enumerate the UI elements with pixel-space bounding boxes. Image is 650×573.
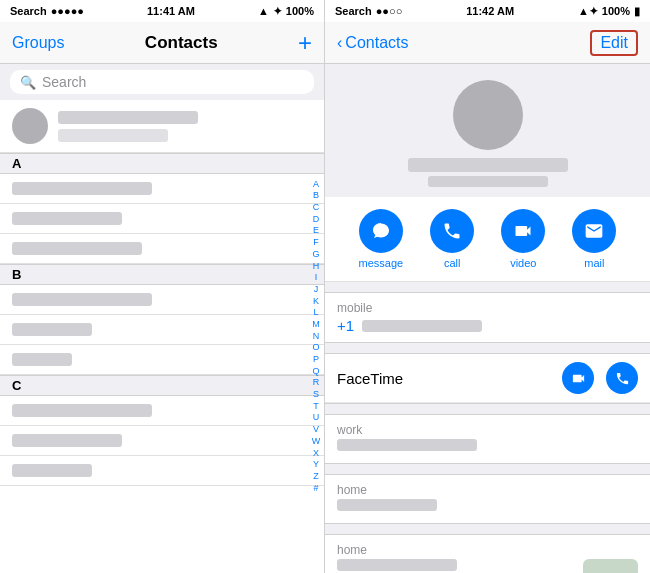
home-email-row[interactable]: home: [325, 475, 650, 523]
contact-name-bar: [12, 464, 92, 477]
alpha-hash[interactable]: #: [310, 483, 322, 495]
facetime-label: FaceTime: [337, 370, 403, 387]
alpha-q[interactable]: Q: [310, 366, 322, 378]
signal-dots-right: ●●○○: [376, 5, 403, 17]
alpha-m[interactable]: M: [310, 319, 322, 331]
alpha-u[interactable]: U: [310, 412, 322, 424]
message-label: message: [359, 257, 404, 269]
list-item[interactable]: [0, 100, 324, 153]
alpha-e[interactable]: E: [310, 225, 322, 237]
call-icon: [442, 221, 462, 241]
status-right-right: ▲✦ 100% ▮: [578, 5, 640, 18]
alpha-r[interactable]: R: [310, 377, 322, 389]
add-contact-button[interactable]: +: [298, 31, 312, 55]
mobile-section: mobile +1: [325, 292, 650, 343]
contacts-title: Contacts: [145, 33, 218, 53]
list-item[interactable]: [0, 396, 324, 426]
alpha-s[interactable]: S: [310, 389, 322, 401]
contact-info: [12, 404, 312, 417]
list-item[interactable]: [0, 345, 324, 375]
alpha-v[interactable]: V: [310, 424, 322, 436]
search-input-wrap[interactable]: 🔍 Search: [10, 70, 314, 94]
contact-detail-body: message call video: [325, 64, 650, 573]
bluetooth-icon-right: ▲✦: [578, 5, 598, 18]
alpha-c[interactable]: C: [310, 202, 322, 214]
mobile-value: +1: [337, 317, 354, 334]
alpha-o[interactable]: O: [310, 342, 322, 354]
list-item[interactable]: [0, 315, 324, 345]
location-icon: ▲: [258, 5, 269, 17]
mobile-blurred: [362, 320, 482, 332]
list-item[interactable]: [0, 456, 324, 486]
alpha-h[interactable]: H: [310, 261, 322, 273]
alphabet-index[interactable]: A B C D E F G H I J K L M N O P Q R S T …: [310, 100, 322, 573]
contact-info: [12, 323, 312, 336]
alpha-l[interactable]: L: [310, 307, 322, 319]
alpha-p[interactable]: P: [310, 354, 322, 366]
facetime-row[interactable]: FaceTime: [325, 354, 650, 403]
section-header-c: C: [0, 375, 324, 396]
message-icon-circle: [359, 209, 403, 253]
contact-detail-panel: Search ●●○○ 11:42 AM ▲✦ 100% ▮ ‹ Contact…: [325, 0, 650, 573]
contact-info: [12, 434, 312, 447]
contacts-list[interactable]: A B: [0, 100, 324, 573]
alpha-n[interactable]: N: [310, 331, 322, 343]
facetime-video-button[interactable]: [562, 362, 594, 394]
contact-name-bar: [12, 353, 72, 366]
search-icon: 🔍: [20, 75, 36, 90]
mobile-row[interactable]: mobile +1: [325, 293, 650, 342]
contact-name-bar: [12, 242, 142, 255]
section-header-b: B: [0, 264, 324, 285]
back-label: Contacts: [345, 34, 408, 52]
alpha-x[interactable]: X: [310, 448, 322, 460]
list-item[interactable]: [0, 426, 324, 456]
groups-button[interactable]: Groups: [12, 34, 64, 52]
contact-name-bar: [12, 293, 152, 306]
alpha-f[interactable]: F: [310, 237, 322, 249]
alpha-k[interactable]: K: [310, 296, 322, 308]
contact-sub-bar: [58, 129, 168, 142]
contacts-nav-bar: Groups Contacts +: [0, 22, 324, 64]
alpha-a[interactable]: A: [310, 179, 322, 191]
chevron-left-icon: ‹: [337, 34, 342, 52]
alpha-d[interactable]: D: [310, 214, 322, 226]
list-item[interactable]: [0, 204, 324, 234]
section-header-a: A: [0, 153, 324, 174]
video-action[interactable]: video: [501, 209, 545, 269]
alpha-y[interactable]: Y: [310, 459, 322, 471]
list-item[interactable]: [0, 285, 324, 315]
alpha-t[interactable]: T: [310, 401, 322, 413]
alpha-w[interactable]: W: [310, 436, 322, 448]
home-address-section: home: [325, 534, 650, 573]
alpha-b[interactable]: B: [310, 190, 322, 202]
alpha-j[interactable]: J: [310, 284, 322, 296]
battery-label-right: 100%: [602, 5, 630, 17]
facetime-icons: [562, 362, 638, 394]
contact-info: [58, 111, 312, 142]
work-section: work: [325, 414, 650, 464]
mail-action[interactable]: mail: [572, 209, 616, 269]
alpha-g[interactable]: G: [310, 249, 322, 261]
call-label: call: [444, 257, 461, 269]
edit-button[interactable]: Edit: [590, 30, 638, 56]
alpha-z[interactable]: Z: [310, 471, 322, 483]
search-bar: 🔍 Search: [0, 64, 324, 100]
message-action[interactable]: message: [359, 209, 404, 269]
contact-info: [12, 212, 312, 225]
back-button[interactable]: ‹ Contacts: [337, 34, 408, 52]
avatar: [12, 108, 48, 144]
work-row[interactable]: work: [325, 415, 650, 463]
alpha-i[interactable]: I: [310, 272, 322, 284]
carrier-label-right: Search: [335, 5, 372, 17]
home-address-content: [337, 559, 638, 573]
facetime-phone-button[interactable]: [606, 362, 638, 394]
map-thumbnail[interactable]: [583, 559, 638, 573]
list-item[interactable]: [0, 234, 324, 264]
call-action[interactable]: call: [430, 209, 474, 269]
contact-info: [12, 182, 312, 195]
home-address-row[interactable]: home: [325, 535, 650, 573]
signal-dots: ●●●●●: [51, 5, 84, 17]
list-item[interactable]: [0, 174, 324, 204]
home-address-label: home: [337, 543, 638, 557]
contact-name-bar: [12, 323, 92, 336]
